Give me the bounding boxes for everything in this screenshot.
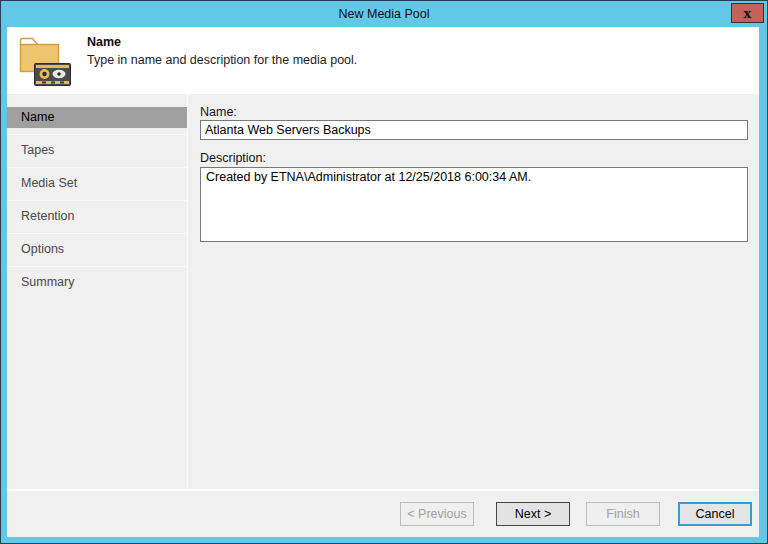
titlebar: New Media Pool [1, 1, 767, 27]
sidebar-item-name[interactable]: Name [7, 107, 187, 128]
step-title: Name [87, 35, 121, 49]
cancel-button[interactable]: Cancel [678, 502, 752, 526]
media-pool-name-input[interactable] [200, 120, 748, 140]
sidebar-item-media-set[interactable]: Media Set [7, 173, 187, 194]
wizard-header: Name Type in name and description for th… [7, 27, 759, 94]
dialog-client-area: Name Type in name and description for th… [7, 27, 759, 537]
media-pool-folder-icon [18, 33, 72, 87]
wizard-footer: < Previous Next > Finish Cancel [7, 489, 759, 537]
sidebar-item-tapes[interactable]: Tapes [7, 140, 187, 161]
media-pool-description-textarea[interactable]: Created by ETNA\Administrator at 12/25/2… [200, 167, 748, 242]
next-button[interactable]: Next > [496, 502, 570, 526]
wizard-steps-sidebar: Name Tapes Media Set Retention Options S… [7, 94, 188, 489]
name-step-pane: Name: Description: Created by ETNA\Admin… [188, 94, 759, 489]
finish-button[interactable]: Finish [586, 502, 660, 526]
previous-button[interactable]: < Previous [400, 502, 474, 526]
step-subtitle: Type in name and description for the med… [87, 53, 357, 67]
sidebar-item-retention[interactable]: Retention [7, 206, 187, 227]
window-title: New Media Pool [338, 7, 429, 21]
new-media-pool-dialog: New Media Pool x Na [0, 0, 768, 544]
close-icon[interactable]: x [731, 3, 764, 23]
wizard-body: Name Tapes Media Set Retention Options S… [7, 94, 759, 489]
sidebar-item-summary[interactable]: Summary [7, 272, 187, 293]
name-field-label: Name: [200, 105, 237, 119]
sidebar-item-options[interactable]: Options [7, 239, 187, 260]
description-field-label: Description: [200, 151, 266, 165]
